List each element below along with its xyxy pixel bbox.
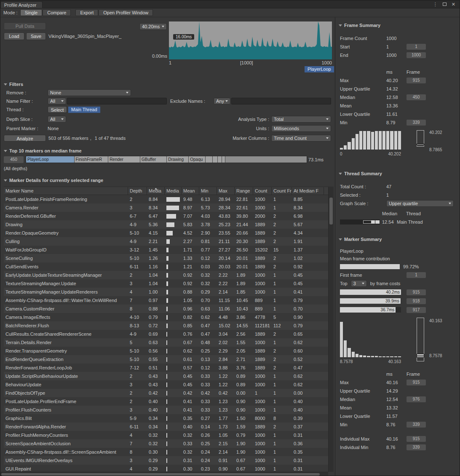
foldout-icon[interactable] — [4, 179, 7, 182]
frame-badge[interactable]: 915 — [407, 380, 426, 385]
pull-data-button[interactable]: Pull Data — [4, 22, 46, 30]
table-row[interactable]: Profiler.FlushMemoryCounters40.320.320.2… — [4, 431, 328, 439]
table-row[interactable]: CullResults.CreateSharedRendererScene4-9… — [4, 330, 328, 338]
table-row[interactable]: Assembly-CSharp-firstpass.dll!::WaterTil… — [4, 296, 328, 305]
remove-dropdown[interactable]: None — [48, 89, 131, 96]
table-row[interactable]: SceneCulling5-101.261.330.1220.1420.0118… — [4, 254, 328, 262]
table-row[interactable]: Profiler.FlushCounters30.400.410.331.230… — [4, 406, 328, 414]
table-row[interactable]: UIEvents.IMGUIRenderOverlays30.290.310.2… — [4, 456, 328, 465]
frame-badge[interactable]: 915 — [407, 78, 426, 83]
scrollbar-thumb[interactable] — [1, 473, 320, 476]
depth-slice-dropdown[interactable]: All — [48, 116, 66, 123]
table-row[interactable]: RenderForward.RenderLoopJob7-120.510.570… — [4, 364, 328, 372]
units-dropdown[interactable]: Milliseconds — [271, 125, 331, 132]
frame-badge[interactable]: 1000 — [407, 52, 426, 58]
table-row[interactable]: CullSendEvents6-111.161.210.0320.0320.01… — [4, 262, 328, 271]
name-filter-input[interactable] — [67, 98, 167, 104]
top10-segment[interactable] — [213, 156, 218, 163]
table-row[interactable]: Graphics.Blit5-90.340.350.271.771.508000… — [4, 414, 328, 423]
table-row[interactable]: Render.OpaqueGeometry5-104.154.522.9023.… — [4, 229, 328, 237]
top10-segment[interactable]: Drawing — [167, 156, 189, 163]
table-row[interactable]: PostLateUpdate.ProfilerEndFrame20.400.41… — [4, 397, 328, 406]
selected-marker-label[interactable]: PlayerLoop — [305, 66, 334, 72]
table-row[interactable]: RenderForwardAlpha.Render6-110.340.400.1… — [4, 423, 328, 431]
foldout-icon[interactable] — [339, 238, 342, 241]
top10-segment[interactable]: FinishFrameR — [75, 156, 109, 163]
table-row[interactable]: Render.TransparentGeometry5-100.560.620.… — [4, 347, 328, 355]
marker-columns-dropdown[interactable]: Time and Count — [271, 135, 331, 142]
foldout-icon[interactable] — [339, 24, 342, 27]
table-row[interactable]: EarlyUpdate.UpdateTextureStreamingManage… — [4, 271, 328, 279]
thread-selection[interactable]: Main Thread — [68, 107, 100, 113]
column-header[interactable]: Mean — [182, 187, 199, 195]
top10-segment[interactable]: PlayerLoop — [26, 156, 75, 163]
table-row[interactable]: RenderDeferred.GBuffer6-76.477.074.0343.… — [4, 212, 328, 220]
exclude-mode-dropdown[interactable]: Any — [214, 98, 230, 104]
top10-segment[interactable] — [206, 156, 213, 163]
horizontal-scrollbar[interactable] — [0, 472, 328, 476]
table-row[interactable]: WaitForJobGroupID3-121.451.710.7727.2726… — [4, 246, 328, 254]
table-row[interactable]: Update.ScriptRunBehaviourUpdate20.430.45… — [4, 372, 328, 380]
frame-time-chart[interactable]: 16.00ms — [169, 21, 332, 59]
median-frame-badge[interactable]: 450 — [4, 156, 24, 163]
column-header[interactable]: Min — [199, 187, 217, 195]
table-row[interactable]: TextureStreamingManager.UpdateRenderers4… — [4, 288, 328, 296]
analysis-type-dropdown[interactable]: Total — [271, 116, 331, 123]
scrollbar-thumb[interactable] — [329, 198, 333, 225]
table-row[interactable]: BehaviourUpdate30.430.450.331.220.891000… — [4, 380, 328, 389]
table-row[interactable]: ScreenSpaceAmbientOcclusion70.320.330.25… — [4, 439, 328, 448]
tab-profile-analyzer[interactable]: Profile Analyzer — [0, 1, 43, 8]
table-row[interactable]: Assembly-CSharp-firstpass.dll!::ScreenSp… — [4, 448, 328, 456]
frame-badge[interactable]: 918 — [407, 298, 426, 304]
table-row[interactable]: FindObjectsOfType20.420.420.420.420.0011… — [4, 389, 328, 397]
table-row[interactable]: PostLateUpdate.FinishFrameRendering28.84… — [4, 195, 328, 203]
name-filter-mode-dropdown[interactable]: All — [48, 98, 66, 104]
frame-badge[interactable]: 915 — [407, 289, 426, 295]
top10-segment[interactable] — [222, 156, 226, 163]
column-header[interactable]: Depth — [128, 187, 147, 195]
column-header[interactable]: At Median F — [292, 187, 324, 195]
table-row[interactable]: Camera.Render38.348.975.7328.3422.611000… — [4, 203, 328, 212]
table-row[interactable]: GUI.Repaint40.290.300.230.900.67100010.3… — [4, 465, 328, 472]
graph-scale-dropdown[interactable]: Upper quartile — [386, 200, 454, 207]
top10-segment[interactable]: GBuffer — [140, 156, 167, 163]
top-count-dropdown[interactable]: 3 — [351, 280, 367, 287]
frame-badge[interactable]: 976 — [407, 396, 426, 402]
table-row[interactable]: Camera.ImageEffects4-100.790.820.624.483… — [4, 313, 328, 321]
top10-segment[interactable] — [218, 156, 222, 163]
column-header[interactable]: Count — [253, 187, 272, 195]
save-button[interactable]: Save — [26, 32, 46, 40]
table-row[interactable]: Camera.CustomRender80.880.960.6311.0610.… — [4, 305, 328, 313]
frame-scale-dropdown[interactable]: 40.20ms — [139, 23, 167, 30]
table-row[interactable]: EndRenderQueueExtraction5-100.550.610.13… — [4, 355, 328, 364]
frame-badge[interactable]: 1 — [407, 272, 426, 278]
thread-select-button[interactable]: Select — [48, 106, 67, 113]
column-header[interactable]: Max — [217, 187, 235, 195]
exclude-names-input[interactable] — [231, 98, 331, 104]
frame-badge[interactable]: 339 — [407, 120, 426, 126]
column-header[interactable]: Range — [235, 187, 253, 195]
open-profiler-window-button[interactable]: Open Profiler Window — [99, 9, 153, 16]
table-row[interactable]: Culling4-92.212.270.8121.1120.30188921.9… — [4, 237, 328, 246]
column-header[interactable]: Media — [147, 187, 165, 195]
foldout-icon[interactable] — [4, 150, 7, 152]
table-row[interactable]: BatchRenderer.Flush8-130.720.850.4715.02… — [4, 321, 328, 330]
top10-segment[interactable]: Render — [108, 156, 140, 163]
menu-icon[interactable]: ⋮ — [433, 2, 438, 7]
frame-badge[interactable]: 1 — [407, 44, 426, 50]
frame-badge[interactable]: 339 — [407, 422, 426, 428]
load-button[interactable]: Load — [4, 32, 24, 40]
foldout-icon[interactable] — [4, 83, 7, 86]
vertical-scrollbar[interactable] — [328, 187, 334, 472]
table-row[interactable]: Terrain.Details.Render50.630.670.482.021… — [4, 338, 328, 347]
frame-badge[interactable]: 915 — [407, 436, 426, 442]
column-header[interactable]: Marker Name — [4, 187, 128, 195]
column-header[interactable]: Media — [165, 187, 182, 195]
mode-tab-compare[interactable]: Compare — [43, 9, 71, 16]
analyze-button[interactable]: Analyze — [4, 135, 46, 142]
mode-tab-single[interactable]: Single — [20, 9, 43, 16]
close-icon[interactable]: ✕ — [452, 2, 455, 7]
export-button[interactable]: Export — [75, 9, 98, 16]
frame-badge[interactable]: 450 — [407, 94, 426, 100]
column-header[interactable]: Count Fra — [272, 187, 292, 195]
